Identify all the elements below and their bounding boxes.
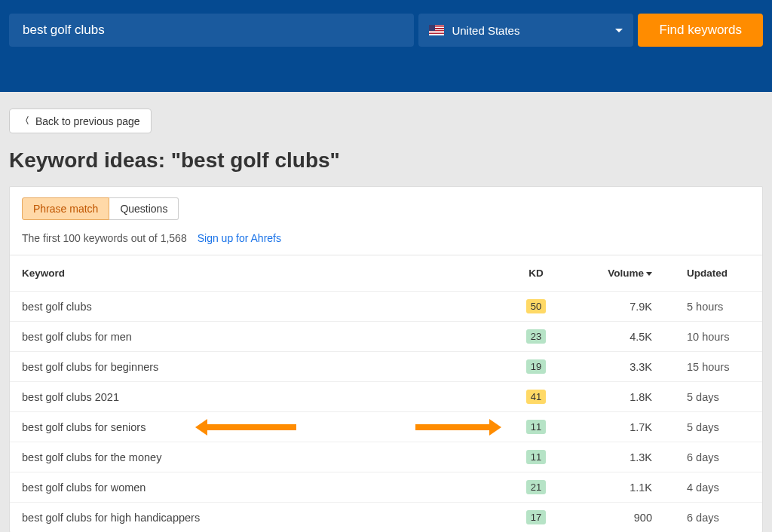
updated-cell: 5 hours <box>664 292 762 322</box>
col-header-kd[interactable]: KD <box>506 255 566 292</box>
keyword-cell: best golf clubs for the money <box>10 442 506 472</box>
volume-cell: 1.7K <box>566 412 664 442</box>
search-input-wrap <box>9 14 414 47</box>
kd-badge: 17 <box>526 510 546 524</box>
keyword-cell: best golf clubs 2021 <box>10 382 506 412</box>
updated-cell: 15 hours <box>664 352 762 382</box>
col-header-keyword[interactable]: Keyword <box>10 255 506 292</box>
volume-cell: 3.3K <box>566 352 664 382</box>
table-row[interactable]: best golf clubs for men234.5K10 hours <box>10 322 762 352</box>
table-header-row: Keyword KD Volume Updated <box>10 255 762 292</box>
results-count-text: The first 100 keywords out of 1,568 <box>22 232 187 244</box>
kd-cell: 17 <box>506 503 566 533</box>
table-row[interactable]: best golf clubs for high handicappers179… <box>10 503 762 533</box>
col-header-volume[interactable]: Volume <box>566 255 664 292</box>
keyword-cell: best golf clubs for men <box>10 322 506 352</box>
signup-link[interactable]: Sign up for Ahrefs <box>198 232 281 244</box>
find-keywords-button[interactable]: Find keywords <box>638 14 763 47</box>
country-select[interactable]: United States <box>418 14 633 47</box>
keyword-text: best golf clubs <box>22 301 92 313</box>
keyword-text: best golf clubs for high handicappers <box>22 512 200 524</box>
keyword-text: best golf clubs for beginners <box>22 361 158 373</box>
back-button[interactable]: 〈 Back to previous page <box>9 109 152 133</box>
keyword-cell: best golf clubs <box>10 292 506 322</box>
results-panel: Phrase match Questions The first 100 key… <box>9 186 763 532</box>
updated-cell: 10 hours <box>664 322 762 352</box>
header-bar: United States Find keywords <box>0 0 772 92</box>
keyword-text: best golf clubs for the money <box>22 451 161 463</box>
updated-cell: 6 days <box>664 442 762 472</box>
kd-badge: 23 <box>526 329 546 344</box>
volume-cell: 1.1K <box>566 472 664 503</box>
keywords-table: Keyword KD Volume Updated best golf club… <box>10 255 762 532</box>
table-row[interactable]: best golf clubs for beginners193.3K15 ho… <box>10 352 762 382</box>
table-row[interactable]: best golf clubs for the money111.3K6 day… <box>10 442 762 472</box>
kd-cell: 11 <box>506 442 566 472</box>
chevron-down-icon <box>615 29 623 32</box>
keyword-text: best golf clubs for women <box>22 482 146 494</box>
kd-badge: 11 <box>526 420 546 434</box>
keyword-search-input[interactable] <box>23 23 400 38</box>
page-title: Keyword ideas: "best golf clubs" <box>9 148 763 173</box>
keyword-text: best golf clubs 2021 <box>22 391 119 403</box>
updated-cell: 6 days <box>664 503 762 533</box>
keyword-text: best golf clubs for men <box>22 331 132 343</box>
kd-cell: 41 <box>506 382 566 412</box>
table-row[interactable]: best golf clubs507.9K5 hours <box>10 292 762 322</box>
keyword-cell: best golf clubs for seniors <box>10 412 506 442</box>
volume-cell: 1.3K <box>566 442 664 472</box>
kd-badge: 41 <box>526 390 546 404</box>
kd-cell: 19 <box>506 352 566 382</box>
sort-desc-icon <box>646 272 652 276</box>
col-header-volume-label: Volume <box>608 268 644 279</box>
table-row[interactable]: best golf clubs for seniors111.7K5 days <box>10 412 762 442</box>
chevron-left-icon: 〈 <box>20 115 29 127</box>
results-summary: The first 100 keywords out of 1,568 Sign… <box>10 220 762 255</box>
volume-cell: 7.9K <box>566 292 664 322</box>
kd-badge: 19 <box>526 359 546 374</box>
kd-badge: 21 <box>526 480 546 494</box>
kd-cell: 50 <box>506 292 566 322</box>
keyword-cell: best golf clubs for high handicappers <box>10 503 506 533</box>
volume-cell: 900 <box>566 503 664 533</box>
updated-cell: 5 days <box>664 382 762 412</box>
keyword-text: best golf clubs for seniors <box>22 421 146 433</box>
volume-cell: 1.8K <box>566 382 664 412</box>
back-label: Back to previous page <box>35 115 140 127</box>
table-row[interactable]: best golf clubs 2021411.8K5 days <box>10 382 762 412</box>
kd-cell: 11 <box>506 412 566 442</box>
content-area: 〈 Back to previous page Keyword ideas: "… <box>0 92 772 532</box>
tab-phrase-match[interactable]: Phrase match <box>22 197 109 220</box>
tab-questions[interactable]: Questions <box>109 197 179 220</box>
kd-cell: 21 <box>506 472 566 503</box>
updated-cell: 4 days <box>664 472 762 503</box>
volume-cell: 4.5K <box>566 322 664 352</box>
keyword-cell: best golf clubs for women <box>10 472 506 503</box>
annotation-arrow-right-icon <box>415 424 491 430</box>
country-label: United States <box>452 24 519 37</box>
updated-cell: 5 days <box>664 412 762 442</box>
kd-badge: 50 <box>526 299 546 313</box>
us-flag-icon <box>429 25 444 35</box>
tabs: Phrase match Questions <box>10 187 762 220</box>
kd-cell: 23 <box>506 322 566 352</box>
col-header-updated[interactable]: Updated <box>664 255 762 292</box>
keyword-cell: best golf clubs for beginners <box>10 352 506 382</box>
table-row[interactable]: best golf clubs for women211.1K4 days <box>10 472 762 503</box>
kd-badge: 11 <box>526 450 546 464</box>
annotation-arrow-left-icon <box>206 424 296 430</box>
